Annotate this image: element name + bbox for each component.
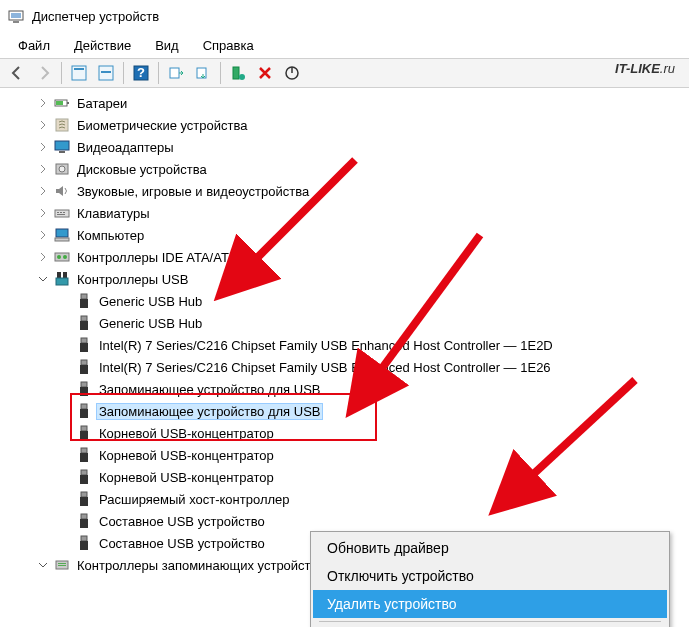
expand-toggle[interactable] [58,426,72,440]
menu-help[interactable]: Справка [193,36,264,55]
svg-rect-37 [81,316,87,321]
tree-item-device[interactable]: Intel(R) 7 Series/C216 Chipset Family US… [8,356,689,378]
uninstall-button[interactable] [252,60,278,86]
tree-item-category[interactable]: Биометрические устройства [8,114,689,136]
expand-toggle[interactable] [36,184,50,198]
expand-toggle[interactable] [36,558,50,572]
keyboard-icon [54,205,70,221]
options-button[interactable] [93,60,119,86]
toolbar-separator [123,62,124,84]
tree-item-category[interactable]: Звуковые, игровые и видеоустройства [8,180,689,202]
usb-icon [76,513,92,529]
tree-item-label: Контроллеры запоминающих устройств [74,557,320,574]
svg-rect-24 [60,212,62,213]
tree-item-category[interactable]: Компьютер [8,224,689,246]
svg-rect-27 [56,229,68,237]
svg-rect-38 [80,321,88,330]
back-button[interactable] [4,60,30,86]
context-menu: Обновить драйвер Отключить устройство Уд… [310,531,670,627]
expand-toggle[interactable] [36,162,50,176]
speaker-icon [54,183,70,199]
monitor-icon [54,139,70,155]
expand-toggle[interactable] [36,228,50,242]
tree-item-device[interactable]: Intel(R) 7 Series/C216 Chipset Family US… [8,334,689,356]
svg-rect-54 [80,497,88,506]
tree-item-label: Контроллеры USB [74,271,191,288]
svg-rect-34 [56,278,68,285]
tree-item-device[interactable]: Запоминающее устройство для USB [8,378,689,400]
menu-file[interactable]: Файл [8,36,60,55]
menu-action[interactable]: Действие [64,36,141,55]
svg-rect-25 [63,212,65,213]
tree-item-category[interactable]: Контроллеры IDE ATA/ATAPI [8,246,689,268]
expand-toggle[interactable] [36,206,50,220]
forward-button[interactable] [31,60,57,86]
expand-toggle[interactable] [36,96,50,110]
tree-item-device[interactable]: Корневой USB-концентратор [8,466,689,488]
tree-item-category[interactable]: Батареи [8,92,689,114]
svg-point-31 [63,255,67,259]
svg-rect-45 [81,404,87,409]
computer-icon [54,227,70,243]
expand-toggle[interactable] [58,448,72,462]
usb-icon [76,535,92,551]
svg-rect-41 [81,360,87,365]
ctx-remove-device[interactable]: Удалить устройство [313,590,667,618]
tree-item-label: Дисковые устройства [74,161,210,178]
disable-button[interactable] [279,60,305,86]
expand-toggle[interactable] [58,514,72,528]
device-tree[interactable]: БатареиБиометрические устройстваВидеоада… [8,92,689,576]
tree-item-label: Звуковые, игровые и видеоустройства [74,183,312,200]
svg-rect-33 [63,272,67,278]
tree-item-device[interactable]: Расширяемый хост-контроллер [8,488,689,510]
svg-rect-36 [80,299,88,308]
usb-ctrl-icon [54,271,70,287]
menubar: Файл Действие Вид Справка [0,32,689,58]
svg-rect-11 [233,67,239,79]
expand-toggle[interactable] [36,140,50,154]
expand-toggle[interactable] [58,492,72,506]
tree-item-device[interactable]: Корневой USB-концентратор [8,422,689,444]
tree-item-device[interactable]: Generic USB Hub [8,290,689,312]
expand-toggle[interactable] [58,470,72,484]
tree-item-device[interactable]: Составное USB устройство [8,510,689,532]
svg-rect-4 [74,68,84,70]
update-button[interactable] [190,60,216,86]
tree-item-device[interactable]: Запоминающее устройство для USB [8,400,689,422]
tree-item-label: Составное USB устройство [96,513,268,530]
enable-button[interactable] [225,60,251,86]
expand-toggle[interactable] [58,316,72,330]
ctx-update-driver[interactable]: Обновить драйвер [313,534,667,562]
expand-toggle[interactable] [58,294,72,308]
toolbar-separator [61,62,62,84]
help-button[interactable]: ? [128,60,154,86]
tree-item-category[interactable]: Клавиатуры [8,202,689,224]
usb-icon [76,469,92,485]
expand-toggle[interactable] [36,250,50,264]
expand-toggle[interactable] [58,382,72,396]
expand-toggle[interactable] [58,536,72,550]
expand-toggle[interactable] [36,272,50,286]
expand-toggle[interactable] [36,118,50,132]
svg-rect-44 [80,387,88,396]
tree-item-device[interactable]: Generic USB Hub [8,312,689,334]
svg-rect-52 [80,475,88,484]
expand-toggle[interactable] [58,404,72,418]
disk-icon [54,161,70,177]
tree-item-device[interactable]: Корневой USB-концентратор [8,444,689,466]
tree-item-category[interactable]: Контроллеры USB [8,268,689,290]
scan-button[interactable] [163,60,189,86]
ctx-disable-device[interactable]: Отключить устройство [313,562,667,590]
svg-rect-32 [57,272,61,278]
svg-rect-47 [81,426,87,431]
expand-toggle[interactable] [58,338,72,352]
tree-item-category[interactable]: Дисковые устройства [8,158,689,180]
tree-item-category[interactable]: Видеоадаптеры [8,136,689,158]
svg-rect-46 [80,409,88,418]
expand-toggle[interactable] [58,360,72,374]
usb-icon [76,381,92,397]
usb-icon [76,447,92,463]
view-button[interactable] [66,60,92,86]
menu-view[interactable]: Вид [145,36,189,55]
tree-item-label: Generic USB Hub [96,293,205,310]
